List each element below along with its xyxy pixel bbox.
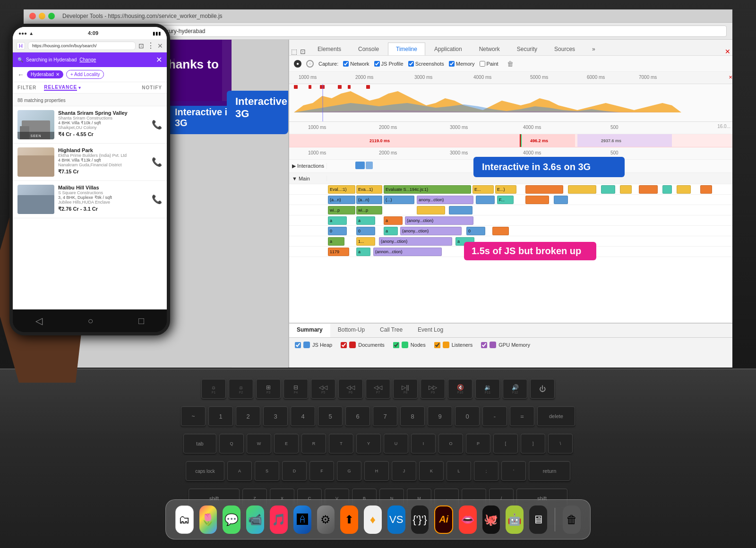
key-4[interactable]: 4 [291,406,315,426]
key-f11[interactable]: 🔉F11 [475,379,500,399]
key-f10[interactable]: 🔇F10 [448,379,472,399]
key-delete[interactable]: delete [537,406,575,426]
tab-elements[interactable]: Elements [309,43,349,55]
block-a-8[interactable]: a [356,248,370,256]
key-f7[interactable]: ◁◁F7 [366,379,390,399]
key-7[interactable]: 7 [373,406,397,426]
block-a-3[interactable]: a [384,216,403,225]
back-arrow-icon[interactable]: ← [17,71,24,78]
device-mode-icon[interactable]: ⊡ [300,48,306,55]
block-row3-3[interactable] [417,206,445,214]
block-eval-1[interactable]: Eval...:1) [328,185,355,194]
block-eval-8[interactable] [601,185,615,194]
key-r[interactable]: R [301,434,326,454]
tab-sources[interactable]: Sources [546,43,583,55]
key-q[interactable]: Q [219,434,244,454]
block-eval-11[interactable] [662,185,672,194]
block-anon-ction-3[interactable]: (anony...ction) [379,237,452,246]
block-anon-4[interactable]: anony...ction) [417,196,473,204]
element-picker-icon[interactable]: ⬚ [291,48,297,55]
key-h[interactable]: H [364,461,389,481]
dock-android-icon[interactable]: 🤖 [506,505,524,534]
btab-summary[interactable]: Summary [289,324,330,337]
block-a-1[interactable]: a [328,216,347,225]
property-1-call-icon[interactable]: 📞 [152,120,162,130]
key-8[interactable]: 8 [400,406,425,426]
key-equals[interactable]: = [510,406,534,426]
legend-js-heap-cb[interactable] [295,342,301,348]
block-anon-5[interactable] [476,196,495,204]
legend-nodes-cb[interactable] [393,342,399,348]
key-t[interactable]: T [329,434,353,454]
dock-music-icon[interactable]: 🎵 [270,505,288,534]
dock-sourceforge-icon[interactable]: ⬆ [340,505,358,534]
block-eval-3[interactable]: Evaluate S...194c.js:1) [384,185,471,194]
block-anon-ction-4[interactable]: (annon...ction) [373,248,442,256]
record-button[interactable]: ● [294,60,301,68]
phone-url-bar[interactable]: https://housing.com/in/buy/search/ [28,42,136,50]
notify-btn[interactable]: NOTIFY [142,85,162,90]
dock-speedway-icon[interactable]: 👄 [459,505,477,534]
key-f2[interactable]: ☼F2 [229,379,253,399]
key-f1[interactable]: ☼F1 [201,379,226,399]
block-0-2[interactable]: 0 [356,227,375,235]
dock-sketch-icon[interactable]: ♦ [364,505,382,534]
location-chip-close[interactable]: ✕ [56,72,60,77]
key-o[interactable]: O [438,434,463,454]
dock-trash-icon[interactable]: 🗑 [563,505,581,534]
key-semicolon[interactable]: ; [474,461,498,481]
tab-security[interactable]: Security [509,43,545,55]
dock-code-icon[interactable]: {'}'} [411,505,429,534]
devtools-close-btn[interactable]: ✕ [725,48,730,55]
block-anon-6[interactable]: F... [497,196,514,204]
key-w[interactable]: W [247,434,271,454]
screenshots-checkbox[interactable] [408,61,414,67]
dock-screen-icon[interactable]: 🖥 [529,505,547,534]
key-capslock[interactable]: caps lock [186,461,224,481]
key-return[interactable]: return [529,461,570,481]
window-close-btn[interactable] [29,13,36,19]
block-anon-ction-2[interactable]: (anony...ction) [400,227,462,235]
key-f12[interactable]: 🔊F12 [503,379,527,399]
key-2[interactable]: 2 [236,406,260,426]
block-anon-2[interactable]: (a...n) [356,196,382,204]
dock-sysprefs-icon[interactable]: ⚙ [317,505,335,534]
key-a[interactable]: A [227,461,252,481]
block-anon-8[interactable] [554,196,568,204]
key-y[interactable]: Y [356,434,381,454]
key-f[interactable]: F [309,461,334,481]
dock-github-icon[interactable]: 🐙 [482,505,500,534]
key-bracket-r[interactable]: ] [521,434,545,454]
trash-icon[interactable]: 🗑 [507,60,514,68]
key-backslash[interactable]: \ [548,434,573,454]
block-a-6[interactable]: a [328,237,344,246]
tab-timeline[interactable]: Timeline [388,43,425,55]
key-f6[interactable]: ◁◁F6 [338,379,363,399]
dock-illustrator-icon[interactable]: Ai [434,505,453,534]
key-i[interactable]: I [411,434,436,454]
filter-btn[interactable]: FILTER [17,85,36,90]
dock-appstore-icon[interactable]: 🅰 [293,505,311,534]
block-anon-ction-1[interactable]: (anony...ction) [405,216,473,225]
nav-home-icon[interactable]: ○ [87,316,93,326]
block-eval-2[interactable]: Eva...1) [356,185,382,194]
key-9[interactable]: 9 [428,406,452,426]
key-bracket-l[interactable]: [ [493,434,518,454]
key-backtick[interactable]: ~ [181,406,206,426]
block-wi-2[interactable]: wi...p [356,206,382,214]
block-a-5[interactable]: a [384,227,398,235]
key-d[interactable]: D [282,461,307,481]
key-s[interactable]: S [255,461,279,481]
change-link[interactable]: Change [79,57,96,62]
block-eval-10[interactable] [639,185,658,194]
block-eval-5[interactable]: E...) [495,185,516,194]
dock-photos-icon[interactable]: 🌷 [199,505,217,534]
key-6[interactable]: 6 [345,406,370,426]
block-a-2[interactable]: a [356,216,375,225]
key-f3[interactable]: ⊞F3 [256,379,281,399]
key-g[interactable]: G [337,461,361,481]
key-k[interactable]: K [419,461,444,481]
key-1[interactable]: 1 [208,406,233,426]
phone-menu-icon[interactable]: ⋮ [147,41,155,50]
legend-gpu-cb[interactable] [481,342,487,348]
